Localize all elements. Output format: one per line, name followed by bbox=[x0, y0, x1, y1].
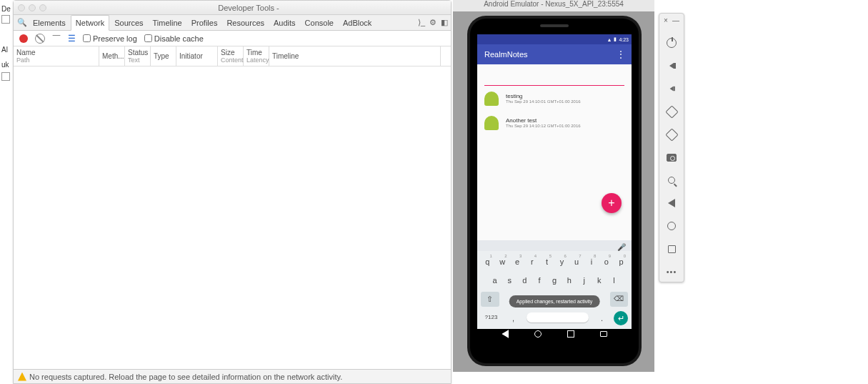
volume-up-icon[interactable] bbox=[664, 59, 679, 73]
space-key[interactable] bbox=[527, 312, 589, 323]
key-r[interactable]: r4 bbox=[525, 255, 539, 269]
key-u[interactable]: u7 bbox=[570, 255, 584, 269]
key-h[interactable]: h bbox=[562, 273, 576, 287]
volume-down-icon[interactable] bbox=[664, 82, 679, 96]
emulator-area: Android Emulator - Nexus_5X_API_23:5554 … bbox=[453, 0, 654, 372]
rotate-left-icon[interactable] bbox=[664, 104, 679, 119]
page-left-edge: De Al uk bbox=[0, 0, 13, 384]
emulator-minimize-button[interactable]: — bbox=[672, 16, 679, 24]
emulator-toolbar: × — ••• bbox=[659, 13, 684, 282]
traffic-lights[interactable] bbox=[18, 4, 46, 11]
status-time: 4:23 bbox=[619, 37, 629, 42]
column-header[interactable]: NamePath bbox=[14, 46, 99, 66]
search-input[interactable] bbox=[484, 69, 624, 86]
zoom-icon[interactable] bbox=[664, 173, 679, 187]
nav-recent-icon[interactable] bbox=[567, 330, 574, 338]
key-f[interactable]: f bbox=[533, 273, 547, 287]
devtools-window: Developer Tools - 🔍 Elements Network Sou… bbox=[13, 0, 452, 384]
screenshot-icon[interactable] bbox=[664, 150, 679, 164]
network-toolbar: ☰ Preserve log Disable cache bbox=[14, 31, 451, 46]
key-o[interactable]: o9 bbox=[599, 255, 613, 269]
minimize-icon[interactable] bbox=[29, 4, 36, 11]
column-header[interactable]: TimeLatency bbox=[244, 46, 269, 66]
nav-keyboard-icon[interactable] bbox=[600, 331, 607, 337]
key-g[interactable]: g bbox=[548, 273, 562, 287]
drawer-icon[interactable]: ⟩_ bbox=[418, 18, 425, 27]
nav-home-icon[interactable] bbox=[534, 330, 542, 338]
overflow-icon[interactable]: ⋮ bbox=[617, 49, 624, 59]
more-icon[interactable]: ••• bbox=[664, 265, 679, 279]
phone-screen[interactable]: ▲ ▮ 4:23 RealmNotes ⋮ testingThu Sep 29 … bbox=[477, 34, 632, 339]
tab-sources[interactable]: Sources bbox=[110, 16, 147, 30]
close-icon[interactable] bbox=[18, 4, 25, 11]
column-header[interactable]: Type bbox=[151, 46, 176, 66]
zoom-icon[interactable] bbox=[39, 4, 46, 11]
devtools-titlebar[interactable]: Developer Tools - bbox=[14, 1, 451, 15]
status-bar: No requests captured. Reload the page to… bbox=[14, 369, 451, 383]
nav-back-icon[interactable] bbox=[502, 330, 509, 338]
filter-icon[interactable] bbox=[52, 35, 61, 42]
tab-elements[interactable]: Elements bbox=[29, 16, 70, 30]
key-s[interactable]: s bbox=[503, 273, 517, 287]
comma-key[interactable]: , bbox=[503, 311, 524, 325]
power-icon[interactable] bbox=[664, 36, 679, 50]
recent-icon[interactable] bbox=[664, 242, 679, 256]
signal-icon: ▲ bbox=[607, 37, 612, 42]
symbols-key[interactable]: ?123 bbox=[481, 311, 502, 325]
battery-icon: ▮ bbox=[614, 36, 617, 42]
key-q[interactable]: q1 bbox=[481, 255, 494, 269]
back-icon[interactable] bbox=[664, 196, 679, 210]
tab-audits[interactable]: Audits bbox=[269, 16, 300, 30]
key-l[interactable]: l bbox=[607, 273, 621, 287]
period-key[interactable]: . bbox=[592, 311, 612, 325]
view-icon[interactable]: ☰ bbox=[68, 34, 76, 44]
key-e[interactable]: e3 bbox=[511, 255, 524, 269]
preserve-log-checkbox[interactable]: Preserve log bbox=[83, 34, 137, 43]
android-icon bbox=[484, 90, 500, 106]
column-header[interactable]: Meth... bbox=[99, 46, 125, 66]
note-item[interactable]: Another testThu Sep 29 14:10:12 GMT+01:0… bbox=[477, 110, 632, 134]
key-w[interactable]: w2 bbox=[496, 255, 509, 269]
note-item[interactable]: testingThu Sep 29 14:10:01 GMT+01:00 201… bbox=[477, 86, 632, 110]
tab-console[interactable]: Console bbox=[301, 16, 338, 30]
mic-icon[interactable]: 🎤 bbox=[617, 243, 626, 251]
soft-keyboard[interactable]: q1w2e3r4t5y6u7i8o9p0 asdfghjkl ⇧ ⌫ ?123 … bbox=[477, 251, 632, 329]
column-header[interactable]: Timeline bbox=[269, 46, 441, 66]
column-header[interactable]: Initiator bbox=[176, 46, 218, 66]
key-y[interactable]: y6 bbox=[555, 255, 569, 269]
key-a[interactable]: a bbox=[488, 273, 502, 287]
phone-frame: ▲ ▮ 4:23 RealmNotes ⋮ testingThu Sep 29 … bbox=[467, 16, 642, 366]
tab-timeline[interactable]: Timeline bbox=[149, 16, 186, 30]
toast-message: Applied changes, restarted activity bbox=[509, 295, 600, 307]
clear-icon[interactable] bbox=[35, 34, 45, 44]
window-title: Developer Tools - bbox=[51, 4, 447, 12]
key-d[interactable]: d bbox=[518, 273, 532, 287]
tab-resources[interactable]: Resources bbox=[222, 16, 269, 30]
key-t[interactable]: t5 bbox=[540, 255, 554, 269]
tab-adblock[interactable]: AdBlock bbox=[339, 16, 376, 30]
home-icon[interactable] bbox=[664, 219, 679, 233]
column-header[interactable]: SizeContent bbox=[218, 46, 244, 66]
tab-network[interactable]: Network bbox=[71, 15, 109, 31]
backspace-key[interactable]: ⌫ bbox=[610, 292, 629, 307]
emulator-close-button[interactable]: × bbox=[664, 16, 668, 24]
column-header[interactable]: StatusText bbox=[125, 46, 151, 66]
android-statusbar: ▲ ▮ 4:23 bbox=[477, 34, 632, 44]
key-p[interactable]: p0 bbox=[614, 255, 628, 269]
enter-key[interactable]: ↵ bbox=[614, 311, 628, 325]
disable-cache-checkbox[interactable]: Disable cache bbox=[144, 34, 204, 43]
key-k[interactable]: k bbox=[592, 273, 606, 287]
dock-icon[interactable]: ◧ bbox=[441, 18, 448, 27]
fab-add-button[interactable]: + bbox=[602, 193, 622, 213]
key-j[interactable]: j bbox=[577, 273, 591, 287]
search-icon[interactable]: 🔍 bbox=[16, 18, 28, 27]
shift-key[interactable]: ⇧ bbox=[481, 292, 499, 307]
rotate-right-icon[interactable] bbox=[664, 127, 679, 142]
key-i[interactable]: i8 bbox=[585, 255, 599, 269]
settings-icon[interactable]: ⚙ bbox=[429, 18, 437, 27]
tab-profiles[interactable]: Profiles bbox=[187, 16, 222, 30]
record-button[interactable] bbox=[19, 34, 28, 43]
android-navbar bbox=[477, 329, 632, 339]
emulator-title: Android Emulator - Nexus_5X_API_23:5554 bbox=[453, 0, 654, 11]
warning-icon bbox=[18, 373, 26, 381]
